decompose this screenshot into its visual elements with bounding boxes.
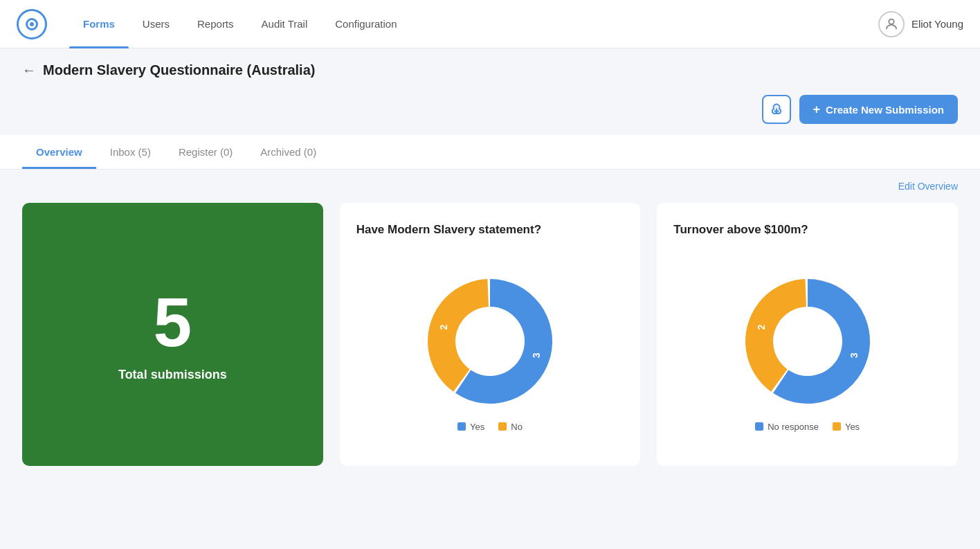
tabs-row: Overview Inbox (5) Register (0) Archived… xyxy=(0,135,980,170)
edit-overview-button[interactable]: Edit Overview xyxy=(898,181,958,192)
content-area: Edit Overview 5 Total submissions Have M… xyxy=(0,170,980,488)
create-button-label: Create New Submission xyxy=(826,104,944,116)
nav-item-reports[interactable]: Reports xyxy=(183,0,248,48)
tab-inbox[interactable]: Inbox (5) xyxy=(96,135,165,169)
chart1-container: 32 Yes No xyxy=(356,251,624,452)
chart2-yes-dot xyxy=(833,422,841,431)
chart1-no-label: No xyxy=(511,422,523,432)
chart1-legend-no: No xyxy=(498,422,523,432)
download-button[interactable] xyxy=(762,95,791,124)
back-row: ← Modern Slavery Questionnaire (Australi… xyxy=(22,62,958,78)
user-avatar-icon xyxy=(878,11,905,37)
create-new-submission-button[interactable]: + Create New Submission xyxy=(799,95,958,124)
chart2-legend-yes: Yes xyxy=(833,422,860,432)
nav-item-audit-trail[interactable]: Audit Trail xyxy=(248,0,322,48)
nav-item-forms[interactable]: Forms xyxy=(69,0,129,48)
chart1-card: Have Modern Slavery statement? 32 Yes No xyxy=(340,203,641,466)
user-name: Eliot Young xyxy=(911,18,963,30)
nav-right: Eliot Young xyxy=(878,11,963,37)
logo[interactable] xyxy=(17,9,47,39)
chart2-legend-no-response: No response xyxy=(755,422,819,432)
tab-archived[interactable]: Archived (0) xyxy=(246,135,330,169)
page-header: ← Modern Slavery Questionnaire (Australi… xyxy=(0,48,980,135)
nav-item-configuration[interactable]: Configuration xyxy=(321,0,410,48)
chart2-legend: No response Yes xyxy=(755,422,860,432)
chart1-legend: Yes No xyxy=(457,422,523,432)
svg-text:2: 2 xyxy=(438,324,449,330)
chart1-yes-label: Yes xyxy=(470,422,484,432)
svg-text:2: 2 xyxy=(756,324,767,330)
plus-icon: + xyxy=(813,102,821,117)
tab-register[interactable]: Register (0) xyxy=(165,135,246,169)
chart1-title: Have Modern Slavery statement? xyxy=(356,222,624,237)
chart2-no-response-dot xyxy=(755,422,763,431)
total-submissions-number: 5 xyxy=(154,287,192,357)
svg-point-0 xyxy=(889,19,893,24)
back-button[interactable]: ← xyxy=(22,62,36,78)
nav-item-users[interactable]: Users xyxy=(129,0,183,48)
tab-overview[interactable]: Overview xyxy=(22,135,96,169)
chart2-card: Turnover above $100m? 32 No response Yes xyxy=(657,203,958,466)
chart1-no-dot xyxy=(498,422,507,431)
chart1-donut: 32 xyxy=(421,272,559,411)
chart2-donut: 32 xyxy=(738,272,877,411)
page-title: Modern Slavery Questionnaire (Australia) xyxy=(43,62,315,78)
chart2-yes-label: Yes xyxy=(845,422,860,432)
cards-row: 5 Total submissions Have Modern Slavery … xyxy=(22,203,958,466)
action-row: + Create New Submission xyxy=(22,89,958,135)
svg-text:3: 3 xyxy=(849,352,860,358)
nav-links: Forms Users Reports Audit Trail Configur… xyxy=(69,0,878,48)
chart2-container: 32 No response Yes xyxy=(673,251,941,452)
chart2-title: Turnover above $100m? xyxy=(673,222,941,237)
chart2-no-response-label: No response xyxy=(768,422,819,432)
navbar: Forms Users Reports Audit Trail Configur… xyxy=(0,0,980,48)
total-submissions-label: Total submissions xyxy=(118,368,227,382)
svg-text:3: 3 xyxy=(531,352,542,358)
chart1-legend-yes: Yes xyxy=(457,422,484,432)
chart1-yes-dot xyxy=(457,422,466,431)
total-submissions-card: 5 Total submissions xyxy=(22,203,323,466)
